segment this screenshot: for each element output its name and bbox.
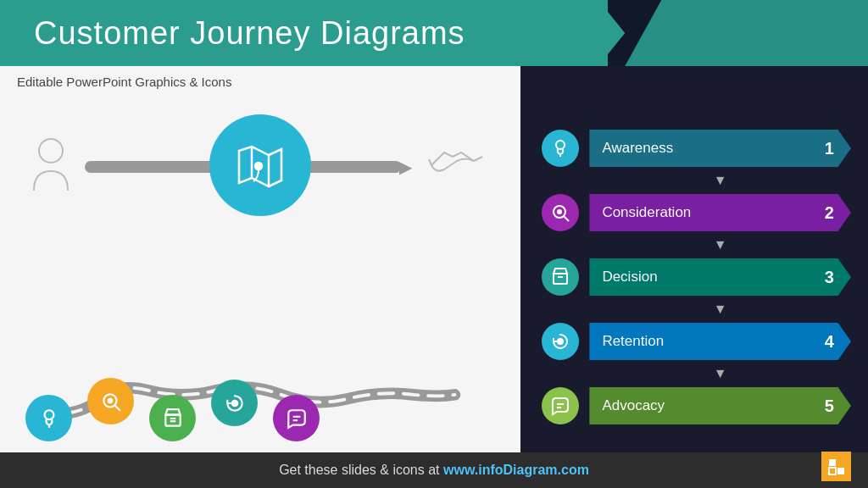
footer-text: Get these slides & icons at www.infoDiag… bbox=[279, 463, 589, 478]
content-area: Editable PowerPoint Graphics & Icons ▶ bbox=[0, 66, 868, 488]
awareness-icon-circle bbox=[542, 130, 579, 167]
retention-icon-circle bbox=[542, 323, 579, 360]
svg-line-5 bbox=[114, 405, 120, 411]
advocacy-label: Advocacy bbox=[602, 397, 665, 414]
svg-point-0 bbox=[39, 139, 63, 163]
svg-rect-25 bbox=[829, 468, 836, 474]
connector-3: ▼ bbox=[542, 302, 851, 316]
main-container: Customer Journey Diagrams Editable Power… bbox=[0, 0, 868, 488]
decision-label: Decision bbox=[602, 269, 657, 286]
decision-bar: Decision 3 bbox=[589, 258, 851, 296]
journey-circle-consideration bbox=[87, 378, 134, 424]
svg-point-13 bbox=[556, 141, 565, 149]
svg-point-17 bbox=[558, 210, 561, 214]
journey-circle-retention bbox=[211, 380, 258, 426]
footer-logo bbox=[821, 452, 851, 481]
page-title: Customer Journey Diagrams bbox=[34, 15, 591, 52]
advocacy-bar: Advocacy 5 bbox=[589, 387, 851, 424]
left-panel: Editable PowerPoint Graphics & Icons ▶ bbox=[0, 66, 520, 488]
journey-circle-decision bbox=[149, 395, 196, 441]
connector-2: ▼ bbox=[542, 238, 851, 252]
footer-link[interactable]: www.infoDiagram.com bbox=[443, 463, 589, 477]
step-decision: Decision 3 bbox=[542, 258, 851, 296]
consideration-label: Consideration bbox=[602, 204, 691, 221]
consideration-number: 2 bbox=[825, 203, 834, 223]
journey-diagram: ▶ bbox=[17, 97, 504, 480]
retention-bar: Retention 4 bbox=[589, 323, 851, 360]
journey-circle-advocacy bbox=[273, 395, 320, 441]
svg-point-2 bbox=[44, 410, 53, 419]
svg-point-6 bbox=[108, 398, 111, 402]
connector-4: ▼ bbox=[542, 367, 851, 380]
consideration-bar: Consideration 2 bbox=[589, 194, 851, 231]
step-retention: Retention 4 bbox=[542, 323, 851, 360]
svg-rect-24 bbox=[837, 468, 844, 474]
step-consideration: Consideration 2 bbox=[542, 194, 851, 231]
step-advocacy: Advocacy 5 bbox=[542, 387, 851, 424]
awareness-label: Awareness bbox=[602, 140, 673, 157]
retention-number: 4 bbox=[825, 332, 834, 352]
svg-rect-23 bbox=[829, 459, 836, 466]
advocacy-icon-circle bbox=[542, 387, 579, 424]
footer-bar: Get these slides & icons at www.infoDiag… bbox=[0, 452, 868, 488]
svg-point-20 bbox=[558, 339, 563, 344]
awareness-number: 1 bbox=[825, 139, 834, 158]
svg-rect-18 bbox=[554, 274, 567, 284]
svg-rect-7 bbox=[165, 414, 180, 425]
advocacy-number: 5 bbox=[825, 396, 834, 416]
person-icon bbox=[30, 136, 72, 198]
awareness-bar: Awareness 1 bbox=[589, 130, 851, 167]
svg-line-16 bbox=[564, 216, 569, 221]
subtitle: Editable PowerPoint Graphics & Icons bbox=[17, 75, 504, 89]
svg-point-10 bbox=[231, 400, 237, 406]
handshake-icon bbox=[427, 136, 487, 190]
retention-label: Retention bbox=[602, 333, 664, 350]
right-panel: Awareness 1 ▼ Consideration 2 bbox=[520, 66, 868, 488]
journey-circle-awareness bbox=[25, 395, 72, 441]
step-awareness: Awareness 1 bbox=[542, 130, 851, 167]
decision-number: 3 bbox=[825, 268, 834, 287]
consideration-icon-circle bbox=[542, 194, 579, 231]
decision-icon-circle bbox=[542, 258, 579, 296]
map-circle bbox=[209, 114, 311, 216]
journey-circles bbox=[25, 378, 320, 441]
connector-1: ▼ bbox=[542, 174, 851, 187]
svg-point-1 bbox=[255, 163, 262, 169]
